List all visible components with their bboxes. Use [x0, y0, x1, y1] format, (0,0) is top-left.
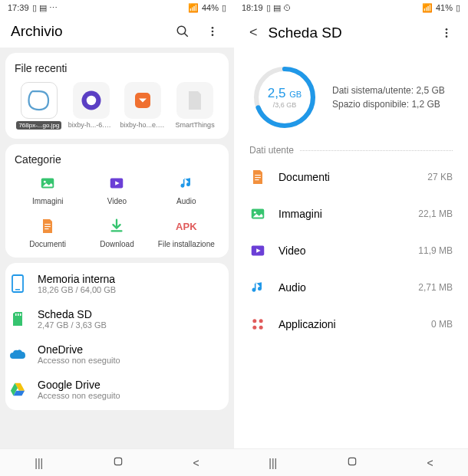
status-icons-left: ▯ ▤ ⋯ — [32, 3, 58, 13]
svg-rect-17 — [15, 314, 17, 316]
svg-point-22 — [446, 31, 448, 34]
svg-point-32 — [252, 319, 256, 323]
apk-icon — [131, 89, 154, 112]
category-download[interactable]: Download — [84, 216, 150, 248]
nav-back[interactable]: < — [193, 457, 199, 469]
nav-home[interactable] — [347, 456, 358, 469]
nav-bar: ||| < — [0, 448, 234, 476]
category-file installazione[interactable]: APKFile installazione — [153, 216, 219, 248]
storage-gdrive[interactable]: Google DriveAccesso non eseguito — [5, 372, 229, 407]
recent-file[interactable]: 768px-...go.jpg — [15, 82, 64, 130]
apps-icon — [249, 316, 266, 333]
nav-home[interactable] — [113, 456, 124, 469]
status-bar: 17:39 ▯ ▤ ⋯ 📶 44% ▯ — [0, 0, 234, 15]
svg-point-34 — [252, 326, 256, 330]
nav-recents[interactable]: ||| — [35, 457, 43, 469]
storage-onedrive[interactable]: OneDriveAccesso non eseguito — [5, 336, 229, 372]
category-label: File installazione — [158, 240, 215, 248]
svg-rect-36 — [348, 458, 355, 465]
main-content: 2,5 GB /3,6 GB Dati sistema/utente: 2,5 … — [234, 50, 468, 448]
onedrive-icon — [8, 345, 27, 363]
svg-point-6 — [86, 96, 96, 106]
apk-icon: APK — [176, 216, 196, 236]
more-button[interactable] — [436, 24, 457, 42]
recent-file[interactable]: SmartThings — [170, 82, 219, 130]
category-label: Audio — [176, 197, 196, 205]
nav-recents[interactable]: ||| — [269, 457, 277, 469]
divider — [300, 150, 453, 151]
data-row-audio[interactable]: Audio2,71 MB — [240, 269, 462, 306]
category-audio[interactable]: Audio — [153, 173, 219, 205]
donut-value: 2,5 GB — [268, 86, 302, 101]
battery-icon: ▯ — [456, 3, 460, 13]
storage-sd[interactable]: Scheda SD2,47 GB / 3,63 GB — [5, 301, 229, 336]
data-size: 11,9 MB — [418, 245, 453, 256]
svg-point-33 — [259, 319, 263, 323]
svg-rect-12 — [44, 226, 51, 227]
data-label: Audio — [278, 281, 406, 294]
image-icon — [249, 205, 266, 222]
svg-rect-20 — [114, 458, 121, 465]
status-signal-icon: 📶 — [188, 3, 199, 13]
nav-back[interactable]: < — [427, 457, 433, 469]
data-size: 0 MB — [431, 319, 453, 330]
screen-sd-card: 18:19 ▯ ▤ ⏲ 📶 41% ▯ < Scheda SD 2,5 GB / — [234, 0, 468, 476]
svg-rect-13 — [44, 228, 48, 229]
svg-rect-27 — [255, 177, 261, 178]
storage-sub: Accesso non eseguito — [38, 391, 226, 400]
data-row-apps[interactable]: Applicazioni0 MB — [240, 306, 462, 343]
recent-file[interactable]: bixby-ho...e.apk — [119, 82, 168, 130]
category-documenti[interactable]: Documenti — [15, 216, 81, 248]
data-list: Documenti27 KBImmagini22,1 MBVideo11,9 M… — [234, 159, 468, 343]
recent-file[interactable]: bixby-h...-6.apk — [67, 82, 116, 130]
header: Archivio — [0, 15, 234, 48]
status-time: 18:19 — [242, 3, 263, 12]
storage-name: OneDrive — [38, 343, 226, 356]
svg-point-21 — [446, 28, 448, 31]
status-signal-icon: 📶 — [422, 3, 433, 13]
storage-sub: 2,47 GB / 3,63 GB — [38, 320, 226, 330]
bixby-image-icon — [25, 87, 53, 114]
data-size: 2,71 MB — [418, 282, 453, 293]
svg-rect-18 — [18, 314, 19, 316]
data-row-doc[interactable]: Documenti27 KB — [240, 159, 462, 195]
category-label: Documenti — [29, 240, 66, 248]
svg-line-1 — [184, 33, 188, 37]
status-icons-left: ▯ ▤ ⏲ — [266, 3, 292, 13]
storage-sub: 18,26 GB / 64,00 GB — [38, 285, 226, 294]
categories-card: Categorie ImmaginiVideoAudioDocumentiDow… — [5, 144, 229, 258]
sd-icon — [8, 310, 27, 328]
recent-label: bixby-ho...e.apk — [120, 121, 166, 129]
main-content: File recenti 768px-...go.jpg bixby-h...-… — [0, 48, 234, 448]
data-row-video[interactable]: Video11,9 MB — [240, 232, 462, 269]
storage-donut: 2,5 GB /3,6 GB — [251, 64, 318, 131]
data-label: Applicazioni — [278, 318, 419, 330]
search-button[interactable] — [171, 21, 194, 41]
category-label: Immagini — [32, 197, 64, 205]
recent-label: SmartThings — [176, 121, 215, 129]
svg-rect-19 — [20, 314, 21, 316]
category-video[interactable]: Video — [84, 173, 150, 205]
home-icon — [113, 456, 124, 467]
back-button[interactable]: < — [245, 21, 261, 44]
svg-point-9 — [44, 181, 46, 183]
data-label: Video — [278, 245, 406, 257]
more-button[interactable] — [202, 22, 223, 41]
category-immagini[interactable]: Immagini — [15, 173, 81, 205]
categories-title: Categorie — [15, 153, 219, 166]
audio-icon — [176, 173, 196, 193]
page-title: Archivio — [11, 23, 163, 40]
page-title: Scheda SD — [269, 25, 428, 41]
data-label: Documenti — [278, 171, 415, 183]
recent-title: File recenti — [15, 62, 219, 74]
donut-total: /3,6 GB — [273, 101, 297, 109]
data-label: Immagini — [278, 208, 406, 220]
category-label: Video — [107, 197, 127, 205]
data-row-image[interactable]: Immagini22,1 MB — [240, 195, 462, 232]
svg-point-3 — [212, 31, 214, 33]
screen-archive: 17:39 ▯ ▤ ⋯ 📶 44% ▯ Archivio File recent… — [0, 0, 234, 476]
system-data-label: Dati sistema/utente: 2,5 GB — [332, 84, 445, 97]
status-battery: 44% — [202, 3, 219, 12]
storage-phone[interactable]: Memoria interna18,26 GB / 64,00 GB — [5, 266, 229, 301]
storage-card: Memoria interna18,26 GB / 64,00 GBScheda… — [5, 263, 229, 410]
